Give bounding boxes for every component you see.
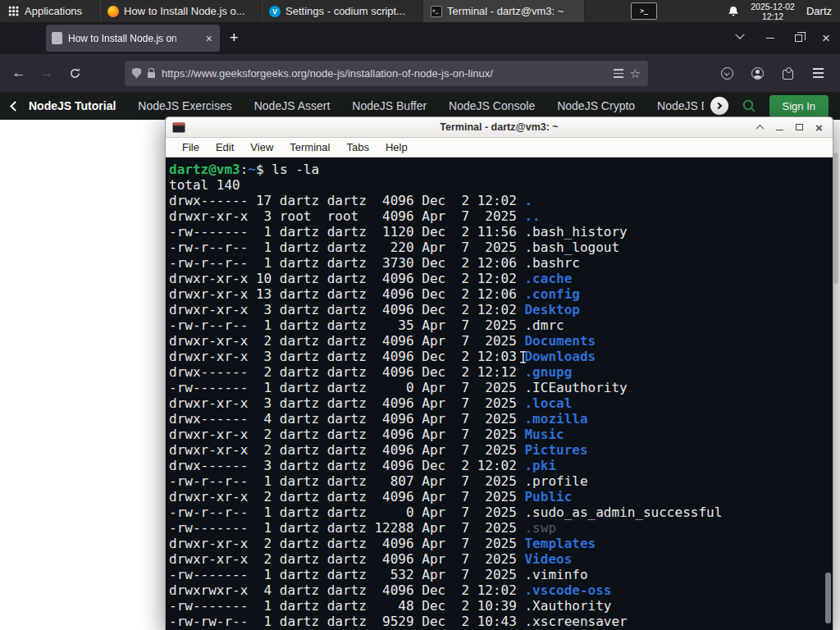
terminal-title: Terminal - dartz@vm3: ~ [166, 121, 833, 133]
tab-close-icon[interactable]: × [204, 32, 214, 45]
top-panel: Applications How to Install Node.js o...… [0, 0, 840, 22]
terminal-line: drwxr-xr-x 2 dartz dartz 4096 Apr 7 2025… [169, 489, 821, 504]
minimize-icon [766, 38, 774, 39]
system-tray: >_ [631, 2, 657, 20]
nav-back-chevron-icon[interactable] [10, 101, 21, 112]
extensions-puzzle-icon [783, 70, 793, 80]
url-bar[interactable]: https://www.geeksforgeeks.org/node-js/in… [125, 61, 648, 86]
site-nav-item[interactable]: NodeJS Assert [254, 99, 331, 112]
restore-icon [795, 34, 802, 42]
terminal-line: drwxr-xr-x 2 dartz dartz 4096 Apr 7 2025… [169, 427, 821, 442]
terminal-line: drwx------ 2 dartz dartz 4096 Dec 2 12:1… [169, 364, 821, 380]
terminal-line: -rw-r--r-- 1 dartz dartz 220 Apr 7 2025 … [169, 240, 821, 255]
terminal-line: drwxr-xr-x 2 dartz dartz 4096 Apr 7 2025… [169, 551, 821, 567]
nav-next-button[interactable] [710, 97, 728, 115]
site-nav-item[interactable]: NodeJS Buffer [352, 99, 427, 112]
window-button-label: Settings - codium script... [285, 5, 405, 17]
applications-menu[interactable]: Applications [0, 0, 90, 22]
terminal-line: -rw-r--r-- 1 dartz dartz 0 Apr 7 2025 .s… [169, 504, 821, 520]
notification-bell-button[interactable] [723, 6, 744, 17]
terminal-menu-terminal[interactable]: Terminal [283, 139, 336, 155]
page-scrollbar-thumb[interactable] [833, 153, 838, 284]
list-tabs-chevron-icon[interactable] [735, 30, 744, 39]
site-nav-item[interactable]: NodeJS DNS [657, 99, 703, 112]
sign-in-button[interactable]: Sign In [769, 95, 829, 117]
terminal-titlebar[interactable]: Terminal - dartz@vm3: ~ × [166, 117, 833, 138]
tray-terminal-icon[interactable]: >_ [631, 2, 657, 20]
terminal-window: Terminal - dartz@vm3: ~ × FileEditViewTe… [165, 116, 833, 630]
browser-toolbar: ← → https://www.geeksforgeeks.org/node-j… [0, 54, 840, 92]
terminal-minimize-button[interactable] [773, 121, 787, 135]
bell-icon [728, 6, 739, 17]
panel-clock[interactable]: 2025-12-02 12:12 [744, 2, 801, 21]
panel-window-button-terminal[interactable]: Terminal - dartz@vm3: ~ [423, 0, 585, 22]
menu-button[interactable] [804, 60, 832, 86]
terminal-shade-button[interactable] [753, 121, 767, 135]
terminal-line: drwxr-xr-x 13 dartz dartz 4096 Dec 2 12:… [169, 286, 821, 302]
terminal-scrollbar-thumb[interactable] [825, 573, 831, 623]
bookmark-star-icon[interactable]: ☆ [630, 67, 641, 80]
reader-mode-icon[interactable] [614, 69, 623, 78]
panel-window-buttons: How to Install Node.js o...VSettings - c… [100, 0, 585, 22]
chevron-up-icon [756, 124, 765, 132]
https-lock-icon[interactable] [148, 72, 155, 78]
terminal-line: drwx------ 4 dartz dartz 4096 Apr 7 2025… [169, 411, 821, 427]
terminal-line: -rw-r--r-- 1 dartz dartz 35 Apr 7 2025 .… [169, 317, 821, 333]
terminal-close-button[interactable]: × [812, 121, 826, 135]
terminal-line: -rw------- 1 dartz dartz 0 Apr 7 2025 .I… [169, 380, 821, 395]
window-controls: × [730, 22, 840, 54]
site-nav-item[interactable]: NodeJS Console [449, 99, 535, 112]
minimize-button[interactable] [756, 22, 784, 54]
terminal-line: -rw------- 1 dartz dartz 12288 Apr 7 202… [169, 520, 821, 536]
terminal-line: -rw-r--r-- 1 dartz dartz 3730 Dec 2 12:0… [169, 255, 821, 271]
account-button[interactable] [743, 60, 771, 86]
terminal-line: drwxr-xr-x 2 dartz dartz 4096 Apr 7 2025… [169, 442, 821, 458]
terminal-menu-help[interactable]: Help [379, 139, 414, 155]
window-button-label: How to Install Node.js o... [124, 5, 244, 17]
site-nav-item[interactable]: NodeJS Tutorial [29, 99, 116, 112]
panel-window-button-firefox[interactable]: How to Install Node.js o... [100, 0, 262, 22]
terminal-output[interactable]: dartz@vm3:~$ ls -latotal 140drwx------ 1… [166, 158, 833, 630]
clock-time: 12:12 [751, 11, 795, 21]
terminal-line: drwxr-xr-x 3 dartz dartz 4096 Apr 7 2025… [169, 395, 821, 411]
account-icon [751, 67, 764, 80]
terminal-line: drwx------ 17 dartz dartz 4096 Dec 2 12:… [169, 193, 821, 208]
chevron-right-icon [714, 103, 721, 109]
reload-button[interactable] [61, 60, 89, 86]
url-text[interactable]: https://www.geeksforgeeks.org/node-js/in… [162, 67, 607, 80]
search-icon[interactable] [742, 98, 756, 113]
terminal-line: drwxr-xr-x 3 root root 4096 Apr 7 2025 .… [169, 208, 821, 224]
tracking-protection-shield-icon[interactable] [132, 68, 141, 79]
terminal-line: dartz@vm3:~$ ls -la [169, 162, 821, 177]
browser-tab[interactable]: How to Install Node.js on × [46, 25, 220, 52]
restore-button[interactable] [784, 22, 812, 54]
terminal-line: total 140 [169, 177, 821, 193]
terminal-scrollbar[interactable] [824, 159, 832, 628]
back-button[interactable]: ← [5, 60, 33, 86]
new-tab-button[interactable]: + [220, 30, 249, 47]
terminal-line: drwxr-xr-x 3 dartz dartz 4096 Dec 2 12:0… [169, 349, 821, 364]
pocket-button[interactable] [713, 60, 741, 86]
forward-button[interactable]: → [33, 60, 61, 86]
terminal-line: -rw------- 1 dartz dartz 532 Apr 7 2025 … [169, 567, 821, 582]
terminal-maximize-button[interactable] [792, 121, 806, 135]
panel-window-button-codium[interactable]: VSettings - codium script... [262, 0, 423, 22]
terminal-line: -rw------- 1 dartz dartz 48 Dec 2 10:39 … [169, 598, 821, 614]
terminal-menu-tabs[interactable]: Tabs [340, 139, 375, 155]
site-nav-item[interactable]: NodeJS Exercises [138, 99, 231, 112]
terminal-line: -rw------- 1 dartz dartz 1120 Dec 2 11:5… [169, 224, 821, 240]
terminal-menu-edit[interactable]: Edit [209, 139, 240, 155]
close-button[interactable]: × [812, 22, 840, 54]
panel-username[interactable]: Dartz [801, 5, 840, 17]
extensions-button[interactable] [774, 60, 801, 86]
desktop: Applications How to Install Node.js o...… [0, 0, 840, 630]
terminal-menu-view[interactable]: View [244, 139, 280, 155]
clock-date: 2025-12-02 [751, 2, 795, 11]
tab-favicon [52, 32, 62, 44]
site-nav-item[interactable]: NodeJS Crypto [557, 99, 635, 112]
terminal-menu-file[interactable]: File [176, 139, 206, 155]
terminal-line: drwxr-xr-x 2 dartz dartz 4096 Apr 7 2025… [169, 333, 821, 349]
browser-tab-bar: How to Install Node.js on × + × [0, 22, 840, 54]
terminal-menubar: FileEditViewTerminalTabsHelp [166, 138, 833, 158]
site-nav-bar: NodeJS TutorialNodeJS ExercisesNodeJS As… [0, 92, 840, 120]
